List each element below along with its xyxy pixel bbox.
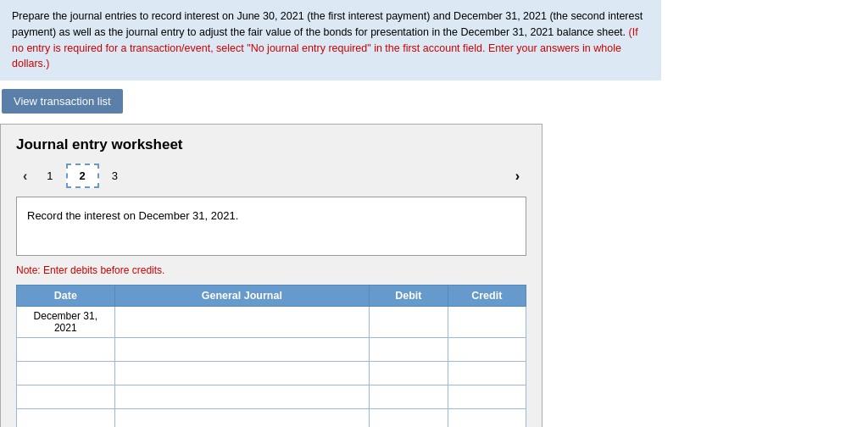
col-header-credit: Credit (448, 286, 526, 307)
debit-cell[interactable] (370, 362, 448, 385)
debit-cell[interactable] (370, 409, 448, 428)
date-cell (17, 338, 115, 362)
col-header-debit: Debit (370, 286, 448, 307)
tab-prev-arrow[interactable]: ‹ (16, 165, 34, 187)
col-header-general-journal: General Journal (114, 286, 370, 307)
description-box: Record the interest on December 31, 2021… (16, 197, 526, 256)
instruction-main-text: Prepare the journal entries to record in… (12, 10, 643, 38)
credit-cell[interactable] (448, 338, 526, 362)
debit-input[interactable] (370, 409, 447, 427)
table-row (17, 385, 526, 409)
worksheet-container: Journal entry worksheet ‹ 1 2 3 › Record… (0, 124, 542, 427)
debit-cell[interactable] (370, 338, 448, 362)
credit-input[interactable] (448, 362, 526, 385)
date-cell (17, 409, 115, 428)
debit-input[interactable] (370, 307, 447, 337)
general-journal-input[interactable] (115, 409, 370, 427)
general-journal-cell[interactable] (114, 338, 370, 362)
col-header-date: Date (17, 286, 115, 307)
general-journal-input[interactable] (115, 385, 370, 408)
credit-cell[interactable] (448, 307, 526, 338)
general-journal-cell[interactable] (114, 362, 370, 385)
instruction-box: Prepare the journal entries to record in… (0, 0, 661, 80)
general-journal-input[interactable] (115, 307, 370, 337)
journal-table: Date General Journal Debit Credit Decemb… (16, 285, 526, 427)
credit-input[interactable] (448, 409, 526, 427)
view-transaction-list-button[interactable]: View transaction list (2, 89, 123, 114)
credit-input[interactable] (448, 307, 526, 337)
debit-cell[interactable] (370, 385, 448, 409)
table-row (17, 362, 526, 385)
tab-1[interactable]: 1 (34, 164, 65, 187)
table-row (17, 338, 526, 362)
credit-cell[interactable] (448, 362, 526, 385)
tab-2[interactable]: 2 (66, 164, 99, 188)
credit-cell[interactable] (448, 409, 526, 428)
table-row: December 31, 2021 (17, 307, 526, 338)
debit-cell[interactable] (370, 307, 448, 338)
credit-cell[interactable] (448, 385, 526, 409)
credit-input[interactable] (448, 385, 526, 408)
general-journal-cell[interactable] (114, 307, 370, 338)
tab-next-arrow[interactable]: › (509, 165, 526, 187)
table-row (17, 409, 526, 428)
general-journal-input[interactable] (115, 338, 370, 361)
debit-input[interactable] (370, 338, 447, 361)
date-cell (17, 385, 115, 409)
date-cell (17, 362, 115, 385)
general-journal-input[interactable] (115, 362, 370, 385)
credit-input[interactable] (448, 338, 526, 361)
debit-input[interactable] (370, 362, 447, 385)
tab-navigation: ‹ 1 2 3 › (16, 164, 526, 188)
general-journal-cell[interactable] (114, 409, 370, 428)
tab-3[interactable]: 3 (99, 164, 131, 187)
note-text: Note: Enter debits before credits. (16, 264, 526, 276)
debit-input[interactable] (370, 385, 447, 408)
description-text: Record the interest on December 31, 2021… (27, 209, 238, 222)
date-cell: December 31, 2021 (17, 307, 115, 338)
worksheet-title: Journal entry worksheet (16, 136, 526, 153)
general-journal-cell[interactable] (114, 385, 370, 409)
